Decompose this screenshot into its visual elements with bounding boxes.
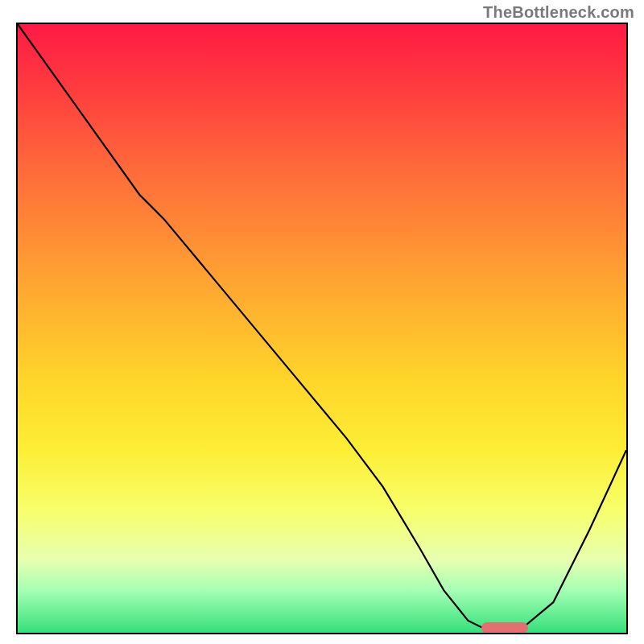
chart-container: TheBottleneck.com — [0, 0, 644, 644]
plot-area — [16, 23, 628, 634]
optimal-marker — [481, 622, 528, 634]
bottleneck-curve — [18, 24, 626, 633]
watermark: TheBottleneck.com — [483, 3, 634, 22]
